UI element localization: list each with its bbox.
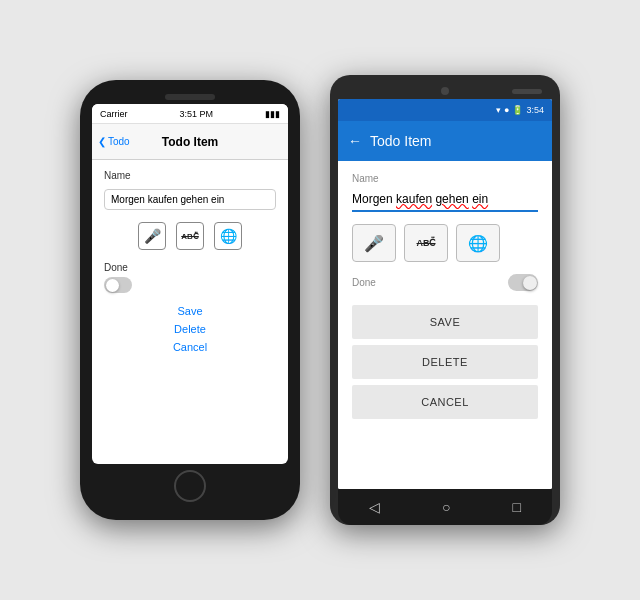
signal-icon: ● (504, 105, 509, 115)
ios-nav-title: Todo Item (162, 135, 218, 149)
abc-icon: ABC̈ (181, 232, 199, 241)
ios-name-input[interactable]: Morgen kaufen gehen ein (104, 189, 276, 210)
android-name-label: Name (352, 173, 538, 184)
ios-actions: Save Delete Cancel (104, 305, 276, 353)
android-globe-button[interactable]: 🌐 (456, 224, 500, 262)
android-appbar: ← Todo Item (338, 121, 552, 161)
ios-delete-button[interactable]: Delete (174, 323, 206, 335)
ios-cancel-button[interactable]: Cancel (173, 341, 207, 353)
carrier-label: Carrier (100, 109, 128, 119)
ios-keyboard-icons: 🎤 ABC̈ 🌐 (104, 222, 276, 250)
ios-abc-button[interactable]: ABC̈ (176, 222, 204, 250)
android-back-nav-icon[interactable]: ◁ (369, 499, 380, 515)
android-time: 3:54 (526, 105, 544, 115)
back-label: Todo (108, 136, 130, 147)
ios-statusbar: Carrier 3:51 PM ▮▮▮ (92, 104, 288, 124)
ios-globe-button[interactable]: 🌐 (214, 222, 242, 250)
android-mic-button[interactable]: 🎤 (352, 224, 396, 262)
android-delete-button[interactable]: DELETE (352, 345, 538, 379)
android-abc-button[interactable]: ABC̈ (404, 224, 448, 262)
ios-save-button[interactable]: Save (177, 305, 202, 317)
ios-phone: Carrier 3:51 PM ▮▮▮ ❮ Todo Todo Item Nam… (80, 80, 300, 520)
android-status-icons: ▾ ● 🔋 3:54 (496, 105, 544, 115)
android-keyboard-icons: 🎤 ABC̈ 🌐 (352, 224, 538, 262)
ios-navbar: ❮ Todo Todo Item (92, 124, 288, 160)
wifi-icon: ▾ (496, 105, 501, 115)
android-top-bar (338, 83, 552, 99)
android-actions: SAVE DELETE CANCEL (352, 305, 538, 419)
ios-speaker (165, 94, 215, 100)
android-screen: ▾ ● 🔋 3:54 ← Todo Item Name Morgen kaufe… (338, 99, 552, 489)
ios-done-toggle[interactable] (104, 277, 132, 293)
android-nav-bar: ◁ ○ □ (338, 489, 552, 525)
android-done-toggle[interactable] (508, 274, 538, 291)
android-app-title: Todo Item (370, 133, 431, 149)
android-done-section: Done (352, 274, 538, 291)
mic-icon: 🎤 (364, 234, 384, 253)
ios-mic-button[interactable]: 🎤 (138, 222, 166, 250)
android-name-input[interactable]: Morgen kaufen gehen ein (352, 190, 538, 212)
globe-icon: 🌐 (468, 234, 488, 253)
autocorrect-kaufen: kaufen (396, 192, 432, 206)
android-phone: ▾ ● 🔋 3:54 ← Todo Item Name Morgen kaufe… (330, 75, 560, 525)
android-recent-nav-icon[interactable]: □ (513, 499, 521, 515)
ios-home-button[interactable] (174, 470, 206, 502)
ios-time: 3:51 PM (179, 109, 213, 119)
android-speaker (512, 89, 542, 94)
ios-done-label: Done (104, 262, 276, 273)
android-camera (441, 87, 449, 95)
mic-icon: 🎤 (144, 228, 161, 244)
autocorrect-gehen: gehen (435, 192, 468, 206)
globe-icon: 🌐 (220, 228, 237, 244)
abc-icon: ABC̈ (417, 238, 436, 248)
ios-battery: ▮▮▮ (265, 109, 280, 119)
ios-content: Name Morgen kaufen gehen ein 🎤 ABC̈ 🌐 Do… (92, 160, 288, 464)
ios-done-section: Done (104, 262, 276, 293)
android-back-button[interactable]: ← (348, 133, 362, 149)
android-save-button[interactable]: SAVE (352, 305, 538, 339)
ios-back-button[interactable]: ❮ Todo (98, 136, 130, 147)
android-content: Name Morgen kaufen gehen ein 🎤 ABC̈ 🌐 Do… (338, 161, 552, 489)
android-home-nav-icon[interactable]: ○ (442, 499, 450, 515)
chevron-left-icon: ❮ (98, 136, 106, 147)
android-cancel-button[interactable]: CANCEL (352, 385, 538, 419)
ios-name-label: Name (104, 170, 276, 181)
battery-icon: 🔋 (512, 105, 523, 115)
android-statusbar: ▾ ● 🔋 3:54 (338, 99, 552, 121)
ios-screen: Carrier 3:51 PM ▮▮▮ ❮ Todo Todo Item Nam… (92, 104, 288, 464)
android-done-label: Done (352, 277, 376, 288)
autocorrect-ein: ein (472, 192, 488, 206)
